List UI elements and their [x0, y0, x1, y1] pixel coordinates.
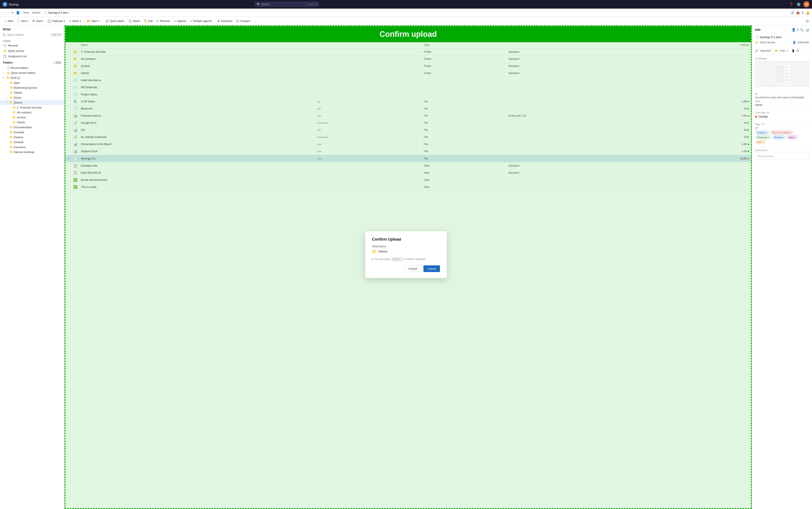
- confirm-upload-dialog: Confirm Upload Destination: 📁 Demos ℹ Yo…: [365, 231, 447, 278]
- hint-suffix: to confirm selection: [403, 258, 426, 261]
- dialog-destination-folder: 📁 Demos: [372, 249, 440, 254]
- dialog-destination-label: Destination:: [372, 245, 440, 248]
- dialog-backdrop: Confirm Upload Destination: 📁 Demos ℹ Yo…: [0, 0, 812, 509]
- hint-info-icon: ℹ: [372, 258, 373, 261]
- dest-folder-name: Demos: [378, 250, 387, 253]
- dialog-buttons: Cancel Upload: [372, 265, 440, 272]
- hint-text: You can press: [374, 258, 391, 261]
- cancel-button[interactable]: Cancel: [404, 265, 421, 272]
- upload-button[interactable]: Upload: [423, 265, 440, 272]
- dest-folder-icon: 📁: [372, 249, 377, 254]
- dialog-hint: ℹ You can press Enter to confirm selecti…: [372, 258, 440, 261]
- dialog-title: Confirm Upload: [372, 237, 440, 242]
- hint-key: Enter: [392, 258, 402, 261]
